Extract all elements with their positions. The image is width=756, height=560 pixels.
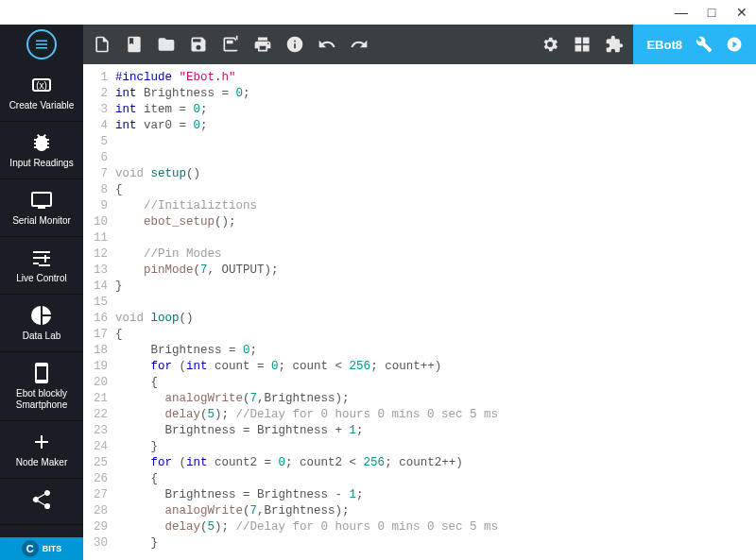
- bug-icon: [30, 131, 53, 154]
- code-line[interactable]: //Pin Modes: [115, 246, 756, 263]
- info-icon[interactable]: [285, 35, 304, 54]
- line-number: 1: [83, 70, 108, 86]
- sidebar-item-serial-monitor[interactable]: Serial Monitor: [0, 179, 83, 237]
- line-number: 17: [83, 327, 108, 343]
- code-line[interactable]: {: [115, 471, 756, 487]
- maximize-button[interactable]: □: [703, 4, 720, 21]
- line-number: 15: [83, 295, 108, 311]
- code-line[interactable]: {: [115, 375, 756, 391]
- sidebar-item-label: Input Readings: [9, 158, 73, 169]
- code-line[interactable]: analogWrite(7,Brightness);: [115, 503, 756, 519]
- line-number: 3: [83, 102, 108, 118]
- line-number: 13: [83, 263, 108, 279]
- pie-chart-icon: [30, 304, 53, 327]
- line-number: 24: [83, 439, 108, 455]
- gear-icon[interactable]: [541, 35, 559, 54]
- new-file-icon[interactable]: [93, 35, 112, 54]
- device-panel: EBot8: [633, 25, 756, 64]
- close-button[interactable]: ✕: [733, 4, 750, 21]
- code-line[interactable]: int item = 0;: [115, 102, 756, 118]
- sidebar-item-label: Data Lab: [23, 331, 61, 342]
- line-number: 5: [83, 134, 108, 150]
- sidebar-item-node-maker[interactable]: Node Maker: [0, 421, 83, 479]
- bits-badge[interactable]: C BITS: [0, 537, 83, 560]
- code-line[interactable]: void setup(): [115, 166, 756, 182]
- code-line[interactable]: {: [115, 182, 756, 198]
- sidebar-item-connections[interactable]: [0, 479, 83, 525]
- code-editor[interactable]: 1234567891011121314151617181920212223242…: [83, 64, 756, 560]
- sidebar-item-label: Ebot blockly Smartphone: [2, 388, 81, 411]
- code-line[interactable]: Brightness = Brightness - 1;: [115, 487, 756, 503]
- variable-icon: (x): [30, 74, 53, 96]
- line-number: 4: [83, 118, 108, 134]
- line-number: 10: [83, 214, 108, 230]
- code-line[interactable]: //Initializtions: [115, 198, 756, 214]
- minimize-button[interactable]: —: [673, 4, 690, 21]
- sidebar-item-live-control[interactable]: Live Control: [0, 237, 83, 295]
- redo-icon[interactable]: [350, 35, 369, 54]
- code-line[interactable]: }: [115, 535, 756, 552]
- sidebar-item-label: Node Maker: [16, 457, 67, 468]
- line-number: 9: [83, 198, 108, 214]
- code-line[interactable]: {: [115, 327, 756, 343]
- smartphone-icon: [30, 362, 53, 384]
- line-number: 8: [83, 182, 108, 198]
- save-all-icon[interactable]: [221, 35, 240, 54]
- sidebar-item-data-lab[interactable]: Data Lab: [0, 295, 83, 352]
- undo-icon[interactable]: [318, 35, 336, 54]
- code-line[interactable]: [115, 230, 756, 246]
- sidebar-item-label: Serial Monitor: [12, 215, 71, 227]
- save-icon[interactable]: [189, 35, 208, 54]
- code-line[interactable]: delay(5); //Delay for 0 hours 0 mins 0 s…: [115, 519, 756, 535]
- code-line[interactable]: }: [115, 279, 756, 295]
- bits-label: BITS: [43, 544, 62, 553]
- line-number: 22: [83, 407, 108, 423]
- sidebar-item-ebot-blockly-smartphone[interactable]: Ebot blockly Smartphone: [0, 352, 83, 421]
- play-icon[interactable]: [726, 36, 743, 53]
- code-line[interactable]: [115, 150, 756, 166]
- line-number: 21: [83, 391, 108, 407]
- line-number: 6: [83, 150, 108, 166]
- code-line[interactable]: for (int count2 = 0; count2 < 256; count…: [115, 455, 756, 471]
- code-content[interactable]: #include "Ebot.h"int Brightness = 0;int …: [115, 64, 756, 560]
- toolbar: [83, 25, 633, 64]
- tools-icon[interactable]: [696, 36, 713, 53]
- line-number: 27: [83, 487, 108, 503]
- puzzle-icon[interactable]: [605, 35, 624, 54]
- bits-logo-icon: C: [22, 540, 39, 557]
- open-folder-icon[interactable]: [157, 35, 176, 54]
- book-icon[interactable]: [125, 35, 144, 54]
- code-line[interactable]: Brightness = 0;: [115, 343, 756, 359]
- code-line[interactable]: int var0 = 0;: [115, 118, 756, 134]
- main-area: (x) Create Variable Input Readings Seria…: [0, 64, 756, 560]
- code-line[interactable]: }: [115, 439, 756, 455]
- code-line[interactable]: analogWrite(7,Brightness);: [115, 391, 756, 407]
- code-line[interactable]: void loop(): [115, 311, 756, 327]
- code-line[interactable]: ebot_setup();: [115, 214, 756, 230]
- monitor-icon: [30, 189, 53, 212]
- device-label: EBot8: [646, 38, 682, 52]
- code-line[interactable]: Brightness = Brightness + 1;: [115, 423, 756, 439]
- code-line[interactable]: pinMode(7, OUTPUT);: [115, 263, 756, 279]
- window-controls: — □ ✕: [0, 0, 756, 25]
- layout-icon[interactable]: [573, 35, 592, 54]
- line-number: 12: [83, 246, 108, 263]
- line-number: 7: [83, 166, 108, 182]
- sidebar-item-input-readings[interactable]: Input Readings: [0, 122, 83, 179]
- code-line[interactable]: #include "Ebot.h": [115, 70, 756, 86]
- line-number: 20: [83, 375, 108, 391]
- sidebar: (x) Create Variable Input Readings Seria…: [0, 64, 83, 560]
- sidebar-item-create-variable[interactable]: (x) Create Variable: [0, 64, 83, 122]
- sidebar-item-label: Create Variable: [9, 100, 75, 111]
- code-line[interactable]: [115, 134, 756, 150]
- code-line[interactable]: int Brightness = 0;: [115, 86, 756, 102]
- share-icon: [30, 488, 53, 511]
- code-line[interactable]: delay(5); //Delay for 0 hours 0 mins 0 s…: [115, 407, 756, 423]
- code-line[interactable]: [115, 295, 756, 311]
- line-number: 28: [83, 503, 108, 519]
- line-gutter: 1234567891011121314151617181920212223242…: [83, 64, 115, 560]
- code-line[interactable]: for (int count = 0; count < 256; count++…: [115, 359, 756, 375]
- app-logo[interactable]: [0, 25, 83, 64]
- print-icon[interactable]: [253, 35, 272, 54]
- sliders-icon: [30, 246, 53, 269]
